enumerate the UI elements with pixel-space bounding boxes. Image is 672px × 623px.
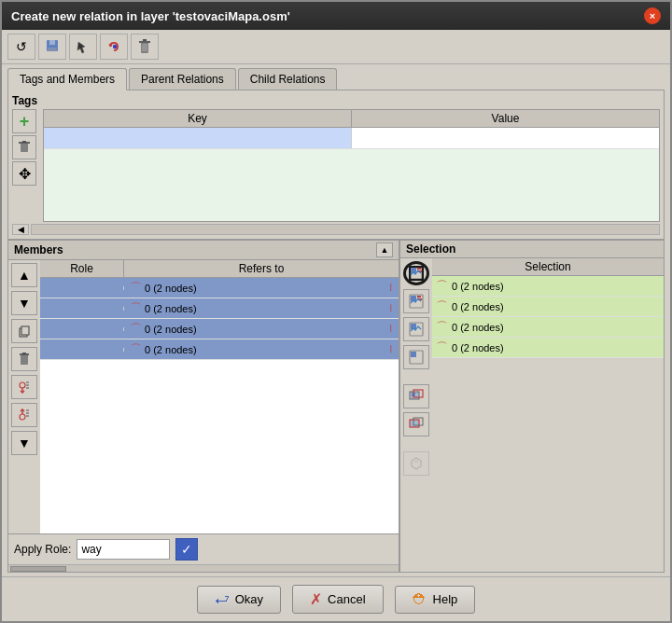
members-scrollbar-h[interactable] <box>8 564 399 572</box>
tags-table-body <box>44 128 659 221</box>
toolbar-undo-btn[interactable] <box>100 34 128 60</box>
selection-row-3[interactable]: ⌒ 0 (2 nodes) <box>432 317 664 338</box>
member-role-2 <box>40 307 124 311</box>
member-role-3 <box>40 327 124 331</box>
sel-text-2: 0 (2 nodes) <box>452 301 504 312</box>
cancel-label: Cancel <box>328 592 365 606</box>
svg-point-24 <box>20 414 25 420</box>
tabs-bar: Tags and Members Parent Relations Child … <box>2 64 670 90</box>
selection-row-2[interactable]: ⌒ 0 (2 nodes) <box>432 297 664 317</box>
svg-rect-16 <box>21 354 28 365</box>
svg-rect-31 <box>417 268 421 270</box>
members-table-area: Role Refers to ⌒ 0 (2 nodes) ⁞ <box>40 260 399 533</box>
tab-parent-relations[interactable]: Parent Relations <box>129 68 236 90</box>
members-label: Members <box>14 243 63 256</box>
help-button[interactable]: ⛑ Help <box>395 586 476 614</box>
tag-value-input-1[interactable] <box>352 128 659 148</box>
selection-table-area: Selection ⌒ 0 (2 nodes) ⌒ 0 (2 nodes) <box>432 258 664 572</box>
okay-button[interactable]: ⮐ Okay <box>197 586 281 614</box>
tags-table-header: Key Value <box>44 110 659 128</box>
member-row-4[interactable]: ⌒ 0 (2 nodes) ⁞ <box>40 339 399 360</box>
members-sort-btn[interactable]: ▲ <box>376 242 393 257</box>
key-column-header: Key <box>44 110 352 127</box>
close-button[interactable]: × <box>644 7 661 24</box>
svg-rect-2 <box>48 48 57 51</box>
sel-info-btn[interactable] <box>403 451 429 476</box>
sel-add-way-btn[interactable] <box>403 261 429 285</box>
cancel-icon: ✗ <box>310 590 322 608</box>
tab-child-relations[interactable]: Child Relations <box>238 68 338 90</box>
window-title: Create new relation in layer 'testovaciM… <box>11 9 290 23</box>
cancel-button[interactable]: ✗ Cancel <box>292 585 383 614</box>
drag-3: ⁞ <box>389 323 393 335</box>
member-row-2[interactable]: ⌒ 0 (2 nodes) ⁞ <box>40 298 399 319</box>
apply-role-label: Apply Role: <box>14 543 71 556</box>
toolbar-select-btn[interactable] <box>69 34 97 60</box>
selection-controls <box>400 258 432 572</box>
svg-rect-45 <box>410 420 419 427</box>
drag-2: ⁞ <box>389 302 393 314</box>
selection-row-4[interactable]: ⌒ 0 (2 nodes) <box>432 338 664 358</box>
help-label: Help <box>433 592 458 606</box>
way-icon-2: ⌒ <box>130 300 142 317</box>
member-role-4 <box>40 348 124 352</box>
sel-add-line-btn[interactable] <box>403 289 429 313</box>
member-refers-2: ⌒ 0 (2 nodes) ⁞ <box>124 298 399 319</box>
role-column-header: Role <box>40 260 124 277</box>
members-header: Members ▲ <box>8 241 399 260</box>
member-refers-3: ⌒ 0 (2 nodes) ⁞ <box>124 319 399 339</box>
add-tag-btn[interactable]: + <box>12 109 36 133</box>
move-up-btn[interactable]: ▲ <box>11 263 37 287</box>
sel-remove-btn[interactable] <box>403 345 429 369</box>
move-down-btn[interactable]: ▼ <box>11 291 37 315</box>
members-table-header: Role Refers to <box>40 260 399 278</box>
sel-zoom2-btn[interactable] <box>403 412 429 436</box>
toolbar-delete-btn[interactable] <box>131 34 159 60</box>
drag-4: ⁞ <box>389 343 393 355</box>
sel-text-3: 0 (2 nodes) <box>452 322 504 333</box>
svg-rect-35 <box>417 296 421 298</box>
sel-way-icon-3: ⌒ <box>436 319 448 336</box>
toolbar-refresh-btn[interactable]: ↺ <box>7 34 35 60</box>
tags-section: Tags + ✥ Key Value <box>8 90 664 241</box>
move-down-end-btn[interactable]: ▼ <box>11 431 37 455</box>
svg-rect-7 <box>143 39 147 41</box>
help-icon: ⛑ <box>413 591 427 608</box>
tag-key-input-1[interactable] <box>44 128 352 148</box>
member-row-1[interactable]: ⌒ 0 (2 nodes) ⁞ <box>40 278 399 298</box>
main-window: Create new relation in layer 'testovaciM… <box>0 0 672 623</box>
selection-header: Selection <box>400 241 664 258</box>
selection-panel: Selection <box>400 241 664 572</box>
scroll-thumb-h[interactable] <box>10 566 66 572</box>
members-panel: Members ▲ ▲ ▼ <box>8 241 400 572</box>
move-tag-btn[interactable]: ✥ <box>12 161 36 186</box>
sel-way-icon-2: ⌒ <box>436 298 448 315</box>
copy-btn[interactable] <box>11 319 37 343</box>
tag-row-1 <box>44 128 659 149</box>
tags-table: Key Value <box>43 109 660 222</box>
sort-up-btn[interactable] <box>11 403 37 427</box>
apply-role-confirm-btn[interactable]: ✓ <box>175 538 198 561</box>
selection-inner: Selection ⌒ 0 (2 nodes) ⌒ 0 (2 nodes) <box>400 258 664 572</box>
apply-role-input[interactable] <box>77 539 170 560</box>
sel-zoom-btn[interactable] <box>403 384 429 408</box>
apply-role-bar: Apply Role: ✓ <box>8 533 399 564</box>
svg-rect-1 <box>49 40 55 45</box>
tab-tags-members[interactable]: Tags and Members <box>7 68 127 90</box>
content-area: Tags + ✥ Key Value <box>7 90 665 573</box>
selection-row-1[interactable]: ⌒ 0 (2 nodes) <box>432 276 664 297</box>
drag-1: ⁞ <box>389 282 393 294</box>
delete-tag-btn[interactable] <box>12 135 36 159</box>
svg-rect-4 <box>113 45 117 48</box>
toolbar-save-btn[interactable] <box>38 34 66 60</box>
sort-down-btn[interactable] <box>11 375 37 399</box>
svg-rect-13 <box>22 141 26 143</box>
sel-add-node-btn[interactable] <box>403 317 429 341</box>
tags-scroll-left[interactable]: ◀ <box>12 224 29 235</box>
svg-rect-18 <box>22 353 26 354</box>
member-role-1 <box>40 286 124 290</box>
okay-label: Okay <box>235 592 263 606</box>
okay-icon: ⮐ <box>215 591 230 608</box>
member-delete-btn[interactable] <box>11 347 37 371</box>
member-row-3[interactable]: ⌒ 0 (2 nodes) ⁞ <box>40 319 399 339</box>
